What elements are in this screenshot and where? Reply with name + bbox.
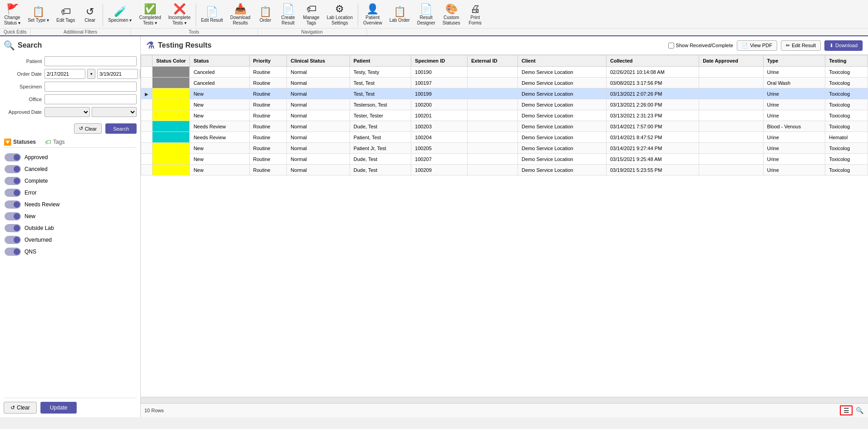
horizontal-scrollbar[interactable] <box>141 397 868 403</box>
print-forms-icon: 🖨 <box>470 4 480 14</box>
cell-5-6: Demo Service Location <box>518 121 607 132</box>
cell-0-4: 100190 <box>411 67 468 78</box>
table-row[interactable]: NewRoutineNormalPatient Jr, Test100205De… <box>141 143 868 154</box>
change-status-button[interactable]: 🚩 Change Status ▾ <box>1 2 24 28</box>
cell-4-0: New <box>190 110 249 121</box>
order-date-from-dropdown[interactable]: ▾ <box>87 69 95 79</box>
patient-row: Patient <box>4 56 137 66</box>
menu-button[interactable]: ☰ <box>840 405 853 415</box>
cell-6-4: 100204 <box>411 132 468 143</box>
edit-icon: ✏ <box>786 43 790 49</box>
toggle-outside-lab[interactable] <box>5 224 21 232</box>
table-row[interactable]: NewRoutineNormalDude, Test100209Demo Ser… <box>141 165 868 176</box>
patient-input[interactable] <box>44 56 137 66</box>
toggle-error[interactable] <box>5 189 21 197</box>
patient-overview-label: Patient Overview <box>363 15 382 26</box>
search-button[interactable]: Search <box>105 123 137 134</box>
cell-5-2: Normal <box>287 121 350 132</box>
patient-overview-button[interactable]: 👤 Patient Overview <box>360 2 385 28</box>
cell-1-8 <box>699 78 763 88</box>
lab-order-icon: 📋 <box>394 7 406 17</box>
specimen-input[interactable] <box>44 82 137 92</box>
cell-8-4: 100207 <box>411 154 468 165</box>
create-result-label: Create Result <box>281 15 295 26</box>
order-date-to-input[interactable] <box>97 69 138 79</box>
statuses-clear-button[interactable]: ↺ Clear <box>4 402 37 414</box>
cell-8-10: Toxicolog <box>825 154 868 165</box>
office-input[interactable] <box>44 94 137 104</box>
completed-tests-button[interactable]: ✅ Completed Tests ▾ <box>136 2 164 28</box>
cell-3-5 <box>467 99 518 110</box>
custom-statuses-button[interactable]: 🎨 Custom Statuses <box>439 2 464 28</box>
status-item-overturned: Overturned <box>4 234 137 246</box>
incomplete-tests-button[interactable]: ❌ Incomplete Tests ▾ <box>165 2 194 28</box>
view-pdf-button[interactable]: 📄 View PDF <box>737 40 777 51</box>
edit-tags-button[interactable]: 🏷 Edit Tags <box>53 2 78 28</box>
lab-order-button[interactable]: 📋 Lab Order <box>386 2 413 28</box>
table-row[interactable]: NewRoutineNormalTester, Tester100201Demo… <box>141 110 868 121</box>
toggle-overturned[interactable] <box>5 236 21 244</box>
status-label-approved: Approved <box>25 154 48 161</box>
download-results-button[interactable]: 📥 Download Results <box>227 2 253 28</box>
approved-date-row: Approved Date <box>4 107 137 117</box>
toggle-canceled[interactable] <box>5 165 21 173</box>
column-header-collected: Collected <box>606 55 699 67</box>
lab-location-settings-button[interactable]: ⚙ Lab Location Settings <box>324 2 356 28</box>
create-result-button[interactable]: 📄 Create Result <box>277 2 299 28</box>
download-button[interactable]: ⬇ Download <box>824 40 863 51</box>
table-row[interactable]: ▶NewRoutineNormalTest, Test100199Demo Se… <box>141 88 868 99</box>
show-received-checkbox[interactable] <box>668 43 674 49</box>
specimen-field-label: Specimen <box>4 84 44 89</box>
table-container[interactable]: Status ColorStatusPriorityClinical Statu… <box>141 55 868 397</box>
cell-4-4: 100201 <box>411 110 468 121</box>
specimen-button[interactable]: 🧪 Specimen ▾ <box>105 2 135 28</box>
cell-3-10: Toxicolog <box>825 99 868 110</box>
column-header-status-color: Status Color <box>153 55 190 67</box>
cell-8-5 <box>467 154 518 165</box>
toggle-needs-review[interactable] <box>5 200 21 209</box>
completed-tests-icon: ✅ <box>144 4 156 14</box>
cell-6-5 <box>467 132 518 143</box>
cell-7-10: Toxicolog <box>825 143 868 154</box>
row-arrow-9 <box>141 165 153 176</box>
order-button[interactable]: 📋 Order <box>255 2 276 28</box>
order-date-label: Order Date <box>4 71 44 77</box>
toggle-complete[interactable] <box>5 177 21 185</box>
create-result-icon: 📄 <box>282 4 294 14</box>
update-button[interactable]: Update <box>40 402 77 414</box>
patient-label: Patient <box>4 58 44 64</box>
clear-button[interactable]: ↺ Clear <box>79 2 101 28</box>
table-row[interactable]: Needs ReviewRoutineNormalDude, Test10020… <box>141 121 868 132</box>
toggle-approved[interactable] <box>5 153 21 161</box>
order-date-from-input[interactable] <box>44 69 85 79</box>
table-row[interactable]: CanceledRoutineNormalTesty, Testy100190D… <box>141 67 868 78</box>
approved-date-from-select[interactable] <box>44 107 90 117</box>
show-received-label[interactable]: Show Received/Complete <box>668 43 734 49</box>
tab-tags[interactable]: 🏷 Tags <box>45 138 64 146</box>
toolbar-groups: Quick Edits Additional Filters Tools Nav… <box>0 28 868 35</box>
table-row[interactable]: NewRoutineNormalTesterson, Test100200Dem… <box>141 99 868 110</box>
arrow-column-header <box>141 55 153 67</box>
table-row[interactable]: Needs ReviewRoutineNormalPatient, Test10… <box>141 132 868 143</box>
table-row[interactable]: NewRoutineNormalDude, Test100207Demo Ser… <box>141 154 868 165</box>
print-forms-button[interactable]: 🖨 Print Forms <box>464 2 486 28</box>
separator-1 <box>103 4 103 26</box>
cell-9-0: New <box>190 165 249 176</box>
column-header-date-approved: Date Approved <box>699 55 763 67</box>
footer-search-button[interactable]: 🔍 <box>854 405 864 415</box>
table-row[interactable]: CanceledRoutineNormalTest, Test100197Dem… <box>141 78 868 88</box>
result-designer-button[interactable]: 📄 Result Designer <box>414 2 439 28</box>
set-type-button[interactable]: 📋 Set Type ▾ <box>25 2 52 28</box>
cell-2-8 <box>699 88 763 99</box>
search-buttons: ↺ Clear Search <box>4 123 137 134</box>
edit-result-toolbar-button[interactable]: 📄 Edit Result <box>198 2 226 28</box>
status-label-qns: QNS <box>25 249 36 255</box>
manage-tags-button[interactable]: 🏷 Manage Tags <box>300 2 323 28</box>
tab-statuses[interactable]: 🔽 Statuses <box>4 138 36 146</box>
column-header-client: Client <box>518 55 607 67</box>
toggle-new[interactable] <box>5 212 21 220</box>
toggle-qns[interactable] <box>5 248 21 256</box>
search-clear-button[interactable]: ↺ Clear <box>74 123 102 134</box>
edit-result-button[interactable]: ✏ Edit Result <box>781 40 821 51</box>
approved-date-to-select[interactable] <box>92 107 137 117</box>
